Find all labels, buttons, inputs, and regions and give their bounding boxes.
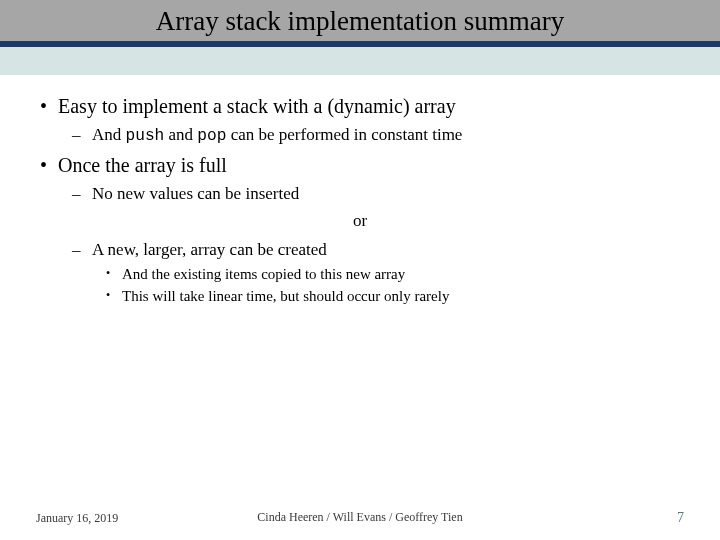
text-fragment: can be performed in constant time — [226, 125, 462, 144]
bullet-2: Once the array is full No new values can… — [36, 152, 684, 306]
text-fragment: And — [92, 125, 126, 144]
divider-teal — [0, 47, 720, 75]
bullet-text: A new, larger, array can be created — [92, 240, 327, 259]
bullet-1-1: And push and pop can be performed in con… — [58, 124, 684, 148]
footer-authors: Cinda Heeren / Will Evans / Geoffrey Tie… — [0, 510, 720, 525]
bullet-text: And the existing items copied to this ne… — [122, 266, 405, 282]
bullet-text: No new values can be inserted — [92, 184, 299, 203]
bullet-list: Easy to implement a stack with a (dynami… — [36, 93, 684, 306]
bullet-2-2-2: This will take linear time, but should o… — [92, 286, 684, 306]
slide-title: Array stack implementation summary — [0, 6, 720, 37]
sub-sub-list: And the existing items copied to this ne… — [92, 264, 684, 307]
title-bar: Array stack implementation summary — [0, 0, 720, 41]
bullet-text: Once the array is full — [58, 154, 227, 176]
slide-header: Array stack implementation summary — [0, 0, 720, 75]
slide-footer: January 16, 2019 Cinda Heeren / Will Eva… — [0, 510, 720, 526]
code-pop: pop — [197, 127, 226, 145]
sub-list: And push and pop can be performed in con… — [58, 124, 684, 148]
bullet-2-2-1: And the existing items copied to this ne… — [92, 264, 684, 284]
code-push: push — [126, 127, 165, 145]
slide-content: Easy to implement a stack with a (dynami… — [0, 75, 720, 540]
sub-list: A new, larger, array can be created And … — [58, 239, 684, 306]
sub-list: No new values can be inserted — [58, 183, 684, 206]
bullet-2-2: A new, larger, array can be created And … — [58, 239, 684, 306]
or-separator: or — [36, 208, 684, 235]
bullet-1: Easy to implement a stack with a (dynami… — [36, 93, 684, 148]
bullet-text: Easy to implement a stack with a (dynami… — [58, 95, 456, 117]
bullet-text: This will take linear time, but should o… — [122, 288, 449, 304]
text-fragment: and — [164, 125, 197, 144]
bullet-2-1: No new values can be inserted — [58, 183, 684, 206]
slide: Array stack implementation summary Easy … — [0, 0, 720, 540]
